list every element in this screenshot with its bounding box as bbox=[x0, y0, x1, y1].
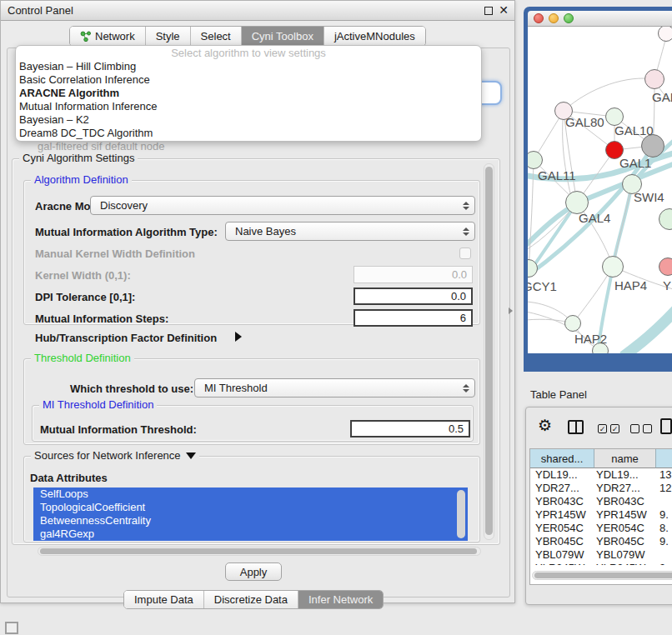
mi-threshold-field[interactable]: 0.5 bbox=[350, 420, 470, 438]
node-label: GAL1 bbox=[619, 156, 651, 170]
tab-style[interactable]: Style bbox=[145, 27, 190, 46]
settings-hscrollbar[interactable] bbox=[38, 547, 481, 556]
table-panel-window: ⚙ ✓ ✓ shared... name YDL19...YDL19...13 … bbox=[525, 407, 672, 605]
settings-scrollbar-thumb[interactable] bbox=[485, 167, 493, 535]
mi-threshold-label: Mutual Information Threshold: bbox=[40, 423, 197, 436]
network-canvas[interactable]: GAL GAL80 GAL10 GAL1 GAL11 SWI4 GAL4 GCY… bbox=[528, 27, 672, 353]
column-header-shared-name[interactable]: shared... bbox=[530, 449, 594, 468]
dropdown-item[interactable]: Bayesian – Hill Climbing bbox=[16, 60, 481, 73]
new-table-icon[interactable] bbox=[660, 418, 672, 434]
tab-impute-data[interactable]: Impute Data bbox=[124, 591, 203, 608]
network-icon bbox=[80, 31, 91, 42]
kernel-width-label: Kernel Width (0,1): bbox=[35, 269, 131, 282]
tab-cyni-toolbox[interactable]: Cyni Toolbox bbox=[241, 27, 323, 46]
close-window-icon[interactable]: ✕ bbox=[499, 3, 509, 17]
tab-discretize-data[interactable]: Discretize Data bbox=[203, 591, 298, 608]
kernel-width-field[interactable]: 0.0 bbox=[354, 266, 473, 283]
table-row[interactable]: YBR045CYBR045C9. bbox=[530, 535, 672, 548]
mi-steps-field[interactable]: 6 bbox=[354, 309, 473, 327]
node-table: shared... name YDL19...YDL19...13 YDR27.… bbox=[529, 448, 672, 585]
list-item-selected[interactable]: BetweennessCentrality bbox=[33, 514, 468, 528]
close-traffic-light-icon[interactable] bbox=[534, 13, 544, 23]
minimize-traffic-light-icon[interactable] bbox=[549, 13, 559, 23]
node-label: GAL11 bbox=[538, 168, 576, 182]
control-panel-titlebar[interactable]: Control Panel ✕ bbox=[1, 1, 514, 21]
tab-select[interactable]: Select bbox=[190, 27, 241, 46]
network-node[interactable] bbox=[659, 258, 672, 276]
network-node[interactable] bbox=[644, 69, 664, 89]
dropdown-item-selected[interactable]: ARACNE Algorithm bbox=[16, 87, 481, 100]
collapse-arrow-icon[interactable] bbox=[186, 452, 196, 459]
settings-group-title: Cyni Algorithm Settings bbox=[19, 152, 138, 165]
table-row[interactable]: YPR145WYPR145W9. bbox=[530, 508, 672, 522]
table-row[interactable]: YDR27...YDR27...12 bbox=[530, 482, 672, 495]
list-item-selected[interactable]: gal4RGexp bbox=[33, 528, 468, 541]
apply-button[interactable]: Apply bbox=[225, 562, 282, 581]
node-label: HAP4 bbox=[614, 278, 647, 292]
data-attributes-label: Data Attributes bbox=[30, 472, 108, 484]
expand-arrow-icon[interactable] bbox=[235, 332, 242, 342]
table-row[interactable]: YDL19...YDL19...13 bbox=[530, 468, 672, 482]
aracne-mode-combo[interactable]: Discovery bbox=[90, 196, 475, 215]
node-label: GAL4 bbox=[579, 211, 610, 225]
settings-scrollbar[interactable] bbox=[484, 163, 494, 540]
manual-kernel-checkbox[interactable] bbox=[459, 248, 471, 259]
float-window-icon[interactable] bbox=[484, 7, 493, 15]
combo-spinner-icon bbox=[459, 202, 474, 210]
select-all-checks-icon[interactable]: ✓ ✓ bbox=[598, 424, 619, 433]
threshold-definition-title: Threshold Definition bbox=[31, 352, 134, 365]
table-row[interactable]: YLR345WYLR345W9. bbox=[530, 562, 672, 565]
desktop: Control Panel ✕ Network Style Select Cyn… bbox=[0, 0, 672, 635]
bottom-tabbar: Impute Data Discretize Data Infer Networ… bbox=[123, 590, 384, 609]
node-label: HAP2 bbox=[574, 332, 607, 346]
list-item-selected[interactable]: SelfLoops bbox=[33, 488, 468, 501]
network-node-hap4[interactable] bbox=[602, 256, 624, 278]
deselect-all-checks-icon[interactable] bbox=[630, 424, 652, 433]
table-header-row: shared... name bbox=[530, 449, 672, 468]
column-header-partial[interactable] bbox=[656, 449, 672, 468]
node-label: GAL10 bbox=[614, 123, 654, 138]
dropdown-placeholder: Select algorithm to view settings bbox=[16, 46, 481, 60]
algorithm-dropdown-popup: Select algorithm to view settings Bayesi… bbox=[15, 45, 482, 142]
network-node-hap2[interactable] bbox=[564, 315, 581, 332]
tab-infer-network[interactable]: Infer Network bbox=[298, 591, 383, 608]
column-header-name[interactable]: name bbox=[594, 449, 656, 468]
manual-kernel-label: Manual Kernel Width Definition bbox=[35, 248, 195, 260]
network-selector-combo[interactable]: gal-filtered sif default node bbox=[38, 140, 164, 152]
table-hscrollbar-thumb[interactable] bbox=[534, 572, 672, 578]
network-window-titlebar[interactable] bbox=[528, 11, 672, 27]
tab-jactivemnodules[interactable]: jActiveMNodules bbox=[323, 27, 425, 46]
panel-splitter-handle[interactable] bbox=[509, 308, 513, 314]
dropdown-item[interactable]: Bayesian – K2 bbox=[16, 113, 481, 127]
dropdown-item[interactable]: Dream8 DC_TDC Algorithm bbox=[16, 127, 481, 140]
settings-hscrollbar-thumb[interactable] bbox=[40, 548, 477, 554]
sources-group-title: Sources for Network Inference bbox=[31, 449, 199, 462]
dpi-tolerance-field[interactable]: 0.0 bbox=[354, 288, 473, 305]
network-node[interactable] bbox=[658, 27, 672, 42]
gear-icon[interactable]: ⚙ bbox=[538, 418, 552, 433]
table-row[interactable]: YBL079WYBL079W bbox=[530, 548, 672, 562]
minimized-panel-icon[interactable] bbox=[5, 622, 18, 634]
which-threshold-combo[interactable]: MI Threshold bbox=[194, 378, 475, 398]
window-title: Control Panel bbox=[8, 4, 73, 17]
list-item-selected[interactable]: TopologicalCoefficient bbox=[33, 501, 468, 514]
split-columns-icon[interactable] bbox=[568, 420, 584, 434]
table-row[interactable]: YBR043CYBR043C bbox=[530, 495, 672, 508]
table-hscrollbar[interactable] bbox=[532, 571, 672, 580]
dpi-tolerance-label: DPI Tolerance [0,1]: bbox=[35, 291, 135, 303]
zoom-traffic-light-icon[interactable] bbox=[564, 13, 574, 23]
dropdown-item[interactable]: Mutual Information Inference bbox=[16, 100, 481, 113]
network-node[interactable] bbox=[641, 134, 664, 158]
mi-algorithm-type-combo[interactable]: Naive Bayes bbox=[225, 222, 475, 241]
combo-spinner-icon bbox=[459, 384, 474, 392]
dropdown-item[interactable]: Basic Correlation Inference bbox=[16, 73, 481, 87]
tab-network[interactable]: Network bbox=[70, 27, 145, 46]
node-label: SWI4 bbox=[634, 190, 664, 204]
list-scrollbar-thumb[interactable] bbox=[457, 490, 465, 538]
combo-spinner-icon bbox=[459, 228, 474, 236]
table-body: YDL19...YDL19...13 YDR27...YDR27...12 YB… bbox=[530, 468, 672, 565]
table-row[interactable]: YER054CYER054C8. bbox=[530, 522, 672, 535]
mi-steps-label: Mutual Information Steps: bbox=[35, 312, 168, 325]
node-label: GAL bbox=[652, 90, 672, 104]
mi-type-label: Mutual Information Algorithm Type: bbox=[35, 226, 218, 238]
